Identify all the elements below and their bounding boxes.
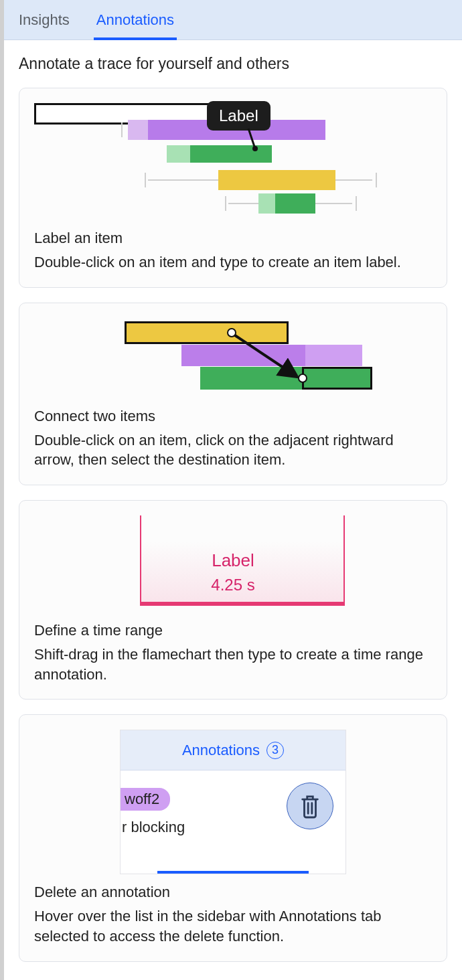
flame-bar: [128, 120, 148, 140]
card-label-item: Label Label an item Double-click on an i…: [19, 88, 447, 288]
count-badge: 3: [266, 742, 284, 759]
svg-point-1: [252, 146, 258, 151]
handle-icon: [352, 193, 360, 214]
label-tooltip: Label: [207, 101, 271, 131]
card-time-range: Label 4.25 s Define a time range Shift-d…: [19, 500, 447, 700]
flame-bar: [275, 193, 315, 214]
panel-tab-annotations[interactable]: Annotations: [182, 742, 260, 759]
connector-node-icon: [298, 374, 307, 383]
illustration-time-range: Label 4.25 s: [34, 515, 432, 612]
guide-line: [335, 179, 372, 181]
card-title: Delete an annotation: [34, 884, 432, 901]
illustration-connect: [34, 318, 432, 398]
card-body: Double-click on an item and type to crea…: [34, 252, 432, 272]
card-body: Hover over the list in the sidebar with …: [34, 906, 432, 946]
card-title: Connect two items: [34, 408, 432, 425]
flame-bar: [302, 367, 372, 390]
pointer-line-icon: [235, 129, 275, 152]
content: Annotate a trace for yourself and others…: [4, 40, 462, 980]
panel-body: woff2 r blocking: [121, 770, 345, 836]
card-title: Define a time range: [34, 622, 432, 639]
tabbar: Insights Annotations: [4, 0, 462, 40]
illustration-label-item: Label: [34, 103, 432, 220]
svg-line-2: [231, 333, 295, 376]
arrow-icon: [228, 330, 309, 382]
illustration-delete: Annotations 3 woff2 r blocking: [34, 730, 432, 874]
annotations-panel: Annotations 3 woff2 r blocking: [120, 730, 346, 874]
card-body: Double-click on an item, click on the ad…: [34, 430, 432, 470]
page-title: Annotate a trace for yourself and others: [19, 55, 447, 73]
card-body: Shift-drag in the flamechart then type t…: [34, 645, 432, 684]
svg-line-0: [248, 129, 255, 149]
card-connect-items: Connect two items Double-click on an ite…: [19, 303, 447, 485]
guide-line: [228, 203, 258, 204]
flame-bar: [258, 193, 275, 214]
panel-tabbar: Annotations 3: [121, 730, 345, 770]
delete-button[interactable]: [287, 783, 333, 829]
flame-bar: [167, 145, 190, 163]
card-title: Label an item: [34, 230, 432, 247]
guide-line: [315, 203, 352, 204]
card-delete-annotation: Annotations 3 woff2 r blocking Delete an…: [19, 714, 447, 961]
trash-icon: [299, 793, 321, 819]
guide-line: [148, 179, 218, 181]
tab-insights[interactable]: Insights: [19, 0, 70, 40]
tab-annotations[interactable]: Annotations: [96, 0, 174, 40]
flame-bar: [218, 170, 335, 190]
handle-icon: [118, 120, 126, 140]
time-range-duration: 4.25 s: [34, 576, 432, 594]
time-range-label: Label: [34, 550, 432, 571]
tab-underline: [157, 871, 309, 874]
connector-node-icon: [227, 328, 236, 337]
flame-bar: [305, 345, 362, 366]
annotation-pill[interactable]: woff2: [121, 788, 170, 811]
handle-icon: [372, 170, 380, 190]
